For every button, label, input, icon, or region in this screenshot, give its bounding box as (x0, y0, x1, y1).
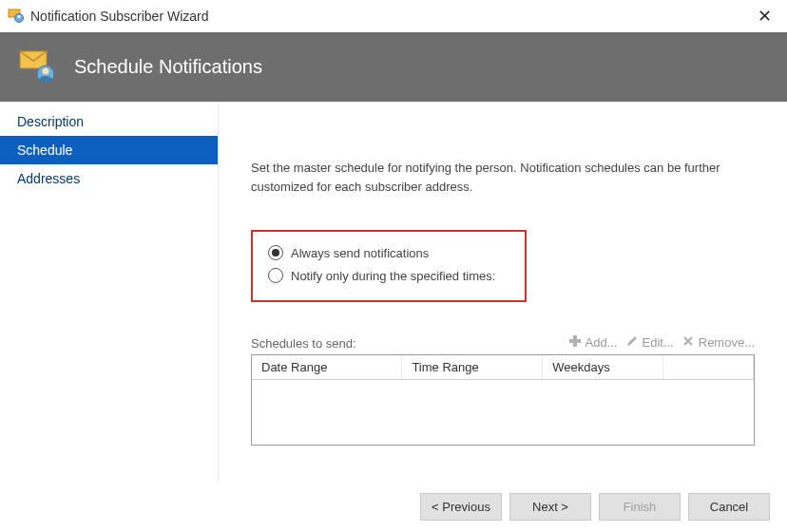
window-title: Notification Subscriber Wizard (30, 9, 209, 24)
sidebar-item-label: Schedule (17, 142, 72, 158)
col-weekdays[interactable]: Weekdays (543, 355, 663, 379)
sidebar-item-description[interactable]: Description (0, 107, 218, 136)
sidebar-item-schedule[interactable]: Schedule (0, 136, 218, 164)
radio-label: Always send notifications (291, 246, 429, 260)
main-panel: Set the master schedule for notifying th… (219, 102, 787, 482)
previous-button[interactable]: < Previous (420, 493, 502, 521)
sidebar-item-label: Addresses (17, 171, 80, 186)
cancel-button[interactable]: Cancel (688, 493, 770, 521)
radio-icon (268, 268, 283, 283)
table-header: Date Range Time Range Weekdays (252, 355, 754, 380)
radio-always-send[interactable]: Always send notifications (268, 241, 509, 264)
svg-rect-7 (569, 339, 581, 343)
action-label: Add... (585, 335, 618, 350)
titlebar: Notification Subscriber Wizard ✕ (0, 0, 787, 32)
schedule-description: Set the master schedule for notifying th… (251, 159, 755, 196)
page-title: Schedule Notifications (74, 56, 262, 78)
plus-icon (568, 334, 582, 351)
x-icon (681, 334, 695, 351)
wizard-header: Schedule Notifications (0, 32, 787, 102)
svg-point-2 (18, 15, 21, 18)
schedules-table: Date Range Time Range Weekdays (251, 354, 755, 446)
wizard-footer: < Previous Next > Finish Cancel (0, 482, 787, 532)
sidebar: Description Schedule Addresses (0, 102, 219, 482)
col-date-range[interactable]: Date Range (252, 355, 402, 379)
schedules-label: Schedules to send: (251, 336, 356, 351)
app-icon (8, 7, 25, 27)
finish-button: Finish (599, 493, 681, 521)
table-body (252, 380, 754, 445)
radio-icon (268, 245, 283, 260)
col-time-range[interactable]: Time Range (402, 355, 543, 379)
radio-label: Notify only during the specified times: (291, 269, 495, 283)
wizard-body: Description Schedule Addresses Set the m… (0, 102, 787, 482)
action-label: Edit... (643, 335, 674, 350)
remove-button[interactable]: Remove... (681, 334, 755, 351)
sidebar-item-label: Description (17, 114, 84, 129)
action-label: Remove... (699, 335, 755, 350)
edit-button[interactable]: Edit... (625, 334, 674, 351)
notification-mode-group: Always send notifications Notify only du… (251, 230, 527, 302)
titlebar-left: Notification Subscriber Wizard (8, 7, 209, 27)
close-button[interactable]: ✕ (752, 6, 777, 27)
sidebar-item-addresses[interactable]: Addresses (0, 164, 218, 193)
radio-specified-times[interactable]: Notify only during the specified times: (268, 264, 509, 287)
header-icon (17, 46, 57, 88)
add-button[interactable]: Add... (568, 334, 618, 351)
col-spacer (663, 355, 754, 379)
pencil-icon (625, 334, 639, 351)
schedules-header-row: Schedules to send: Add... Edit... (251, 334, 755, 351)
schedules-actions: Add... Edit... Remove... (568, 334, 755, 351)
next-button[interactable]: Next > (509, 493, 591, 521)
svg-point-5 (43, 68, 49, 75)
